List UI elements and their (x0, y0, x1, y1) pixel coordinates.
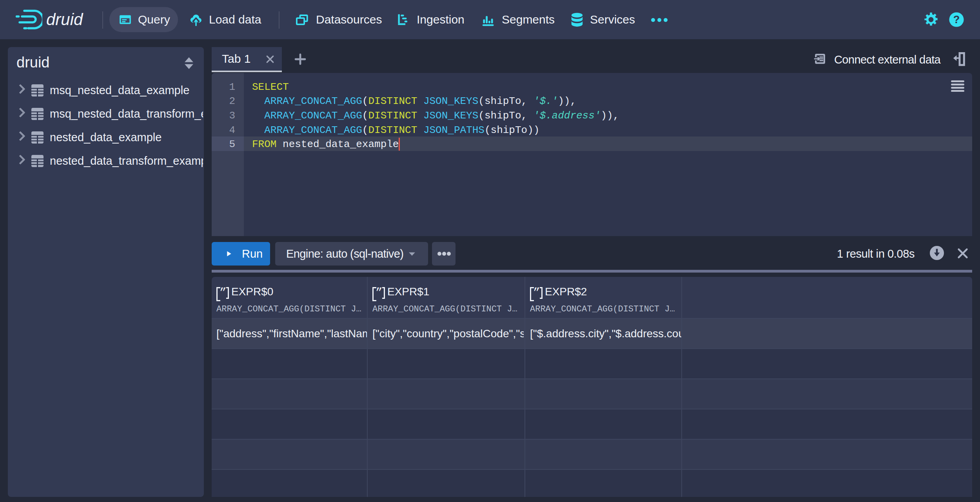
svg-text:?: ? (953, 14, 960, 25)
